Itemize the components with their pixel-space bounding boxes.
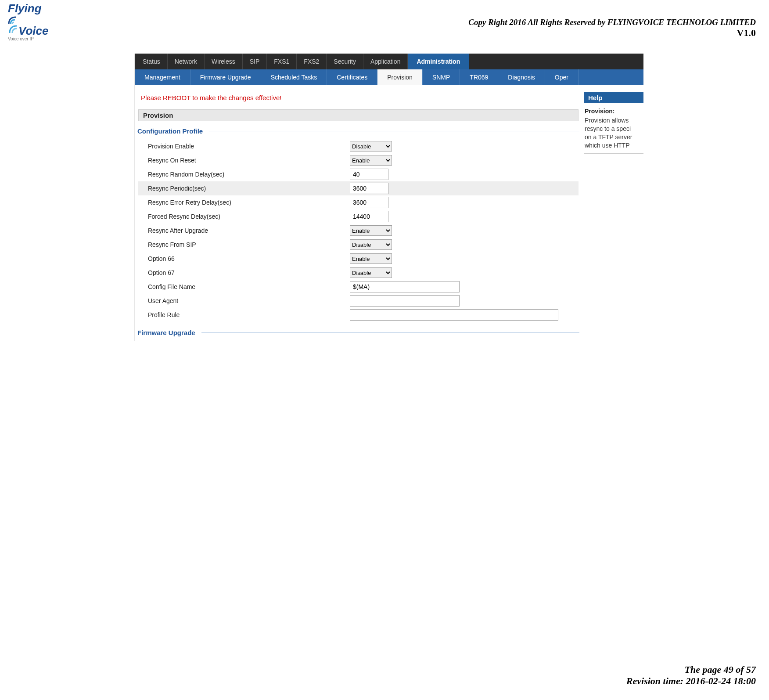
form-row-resync-from-sip: Resync From SIPDisable [138,238,579,252]
top-tab-sip[interactable]: SIP [243,54,267,69]
top-nav: StatusNetworkWirelessSIPFXS1FXS2Security… [135,54,643,69]
sub-tab-oper[interactable]: Oper [545,69,579,85]
sub-tab-tr069[interactable]: TR069 [460,69,498,85]
content-area: Please REBOOT to make the changes effect… [135,85,643,341]
sub-tab-certificates[interactable]: Certificates [327,69,377,85]
section-config-profile: Configuration Profile [135,126,582,139]
top-tab-fxs1[interactable]: FXS1 [267,54,297,69]
form-row-option-66: Option 66Enable [138,252,579,266]
form-row-resync-error-retry: Resync Error Retry Delay(sec) [138,195,579,209]
input-forced-resync-delay[interactable] [350,211,388,222]
top-tab-network[interactable]: Network [168,54,205,69]
form-row-option-67: Option 67Disable [138,266,579,280]
label-resync-after-upgrade: Resync After Upgrade [138,227,350,234]
select-option-66[interactable]: Enable [350,253,392,264]
form-row-resync-periodic: Resync Periodic(sec) [138,181,579,195]
version-text: V1.0 [468,27,756,39]
label-option-66: Option 66 [138,255,350,262]
input-user-agent[interactable] [350,295,460,307]
label-resync-periodic: Resync Periodic(sec) [138,185,350,192]
top-tab-security[interactable]: Security [327,54,363,69]
divider [584,153,643,154]
label-resync-error-retry: Resync Error Retry Delay(sec) [138,199,350,206]
sub-tab-diagnosis[interactable]: Diagnosis [498,69,545,85]
select-resync-on-reset[interactable]: Enable [350,155,392,166]
select-resync-after-upgrade[interactable]: Enable [350,225,392,236]
input-resync-periodic[interactable] [350,183,388,194]
divider [209,131,579,131]
sub-nav: ManagementFirmware UpgradeScheduled Task… [135,69,643,85]
input-resync-random-delay[interactable] [350,169,388,180]
copyright-text: Copy Right 2016 All Rights Reserved by F… [468,18,756,27]
help-text-line: which use HTTP [584,141,643,150]
signal-icon [8,14,19,25]
form-row-config-file-name: Config File Name [138,280,579,294]
label-config-file-name: Config File Name [138,283,350,290]
form-row-forced-resync-delay: Forced Resync Delay(sec) [138,209,579,224]
label-profile-rule: Profile Rule [138,311,350,318]
help-text-line: resync to a speci [584,125,643,133]
section-firmware-upgrade: Firmware Upgrade [135,326,582,341]
label-resync-on-reset: Resync On Reset [138,157,350,164]
top-tab-application[interactable]: Application [363,54,408,69]
form-row-resync-on-reset: Resync On ResetEnable [138,153,579,167]
help-pane: Help Provision: Provision allows resync … [582,85,643,341]
form-rows: Provision EnableDisableResync On ResetEn… [135,139,582,326]
help-header: Help [584,92,643,103]
top-tab-status[interactable]: Status [135,54,168,69]
input-config-file-name[interactable] [350,281,460,292]
input-resync-error-retry[interactable] [350,197,388,208]
label-provision-enable: Provision Enable [138,143,350,150]
signal-icon [8,25,18,36]
label-forced-resync-delay: Forced Resync Delay(sec) [138,213,350,220]
page-number: The page 49 of 57 [626,664,756,675]
select-provision-enable[interactable]: Disable [350,141,392,152]
section-provision-bar: Provision [138,109,579,121]
sub-tab-scheduled-tasks[interactable]: Scheduled Tasks [261,69,327,85]
top-tab-fxs2[interactable]: FXS2 [297,54,327,69]
section-config-profile-label: Configuration Profile [137,127,203,135]
form-row-resync-random-delay: Resync Random Delay(sec) [138,167,579,181]
divider [201,332,579,333]
select-resync-from-sip[interactable]: Disable [350,239,392,250]
help-title: Provision: [584,108,643,116]
revision-time: Revision time: 2016-02-24 18:00 [626,675,756,687]
screenshot-panel: StatusNetworkWirelessSIPFXS1FXS2Security… [134,54,643,341]
top-tab-administration[interactable]: Administration [408,54,469,69]
form-row-user-agent: User Agent [138,294,579,308]
sub-tab-management[interactable]: Management [135,69,190,85]
main-pane: Please REBOOT to make the changes effect… [135,85,582,341]
form-row-profile-rule: Profile Rule [138,308,579,322]
page-header: Copy Right 2016 All Rights Reserved by F… [468,18,756,39]
label-resync-random-delay: Resync Random Delay(sec) [138,171,350,178]
sub-tab-snmp[interactable]: SNMP [423,69,460,85]
help-text-line: Provision allows [584,116,643,125]
label-user-agent: User Agent [138,297,350,304]
help-text-line: on a TFTP server [584,133,643,141]
logo-line2: Voice [18,24,48,37]
form-row-resync-after-upgrade: Resync After UpgradeEnable [138,224,579,238]
select-option-67[interactable]: Disable [350,267,392,278]
sub-tab-provision[interactable]: Provision [377,69,423,85]
reboot-message: Please REBOOT to make the changes effect… [135,85,582,107]
label-resync-from-sip: Resync From SIP [138,241,350,248]
logo: Flying Voice Voice over IP [8,4,52,41]
label-option-67: Option 67 [138,269,350,276]
logo-line1: Flying [8,2,42,15]
input-profile-rule[interactable] [350,309,558,321]
page-footer: The page 49 of 57 Revision time: 2016-02… [626,664,756,687]
sub-tab-firmware-upgrade[interactable]: Firmware Upgrade [190,69,261,85]
form-row-provision-enable: Provision EnableDisable [138,139,579,153]
top-tab-wireless[interactable]: Wireless [205,54,243,69]
section-firmware-upgrade-label: Firmware Upgrade [137,329,195,336]
